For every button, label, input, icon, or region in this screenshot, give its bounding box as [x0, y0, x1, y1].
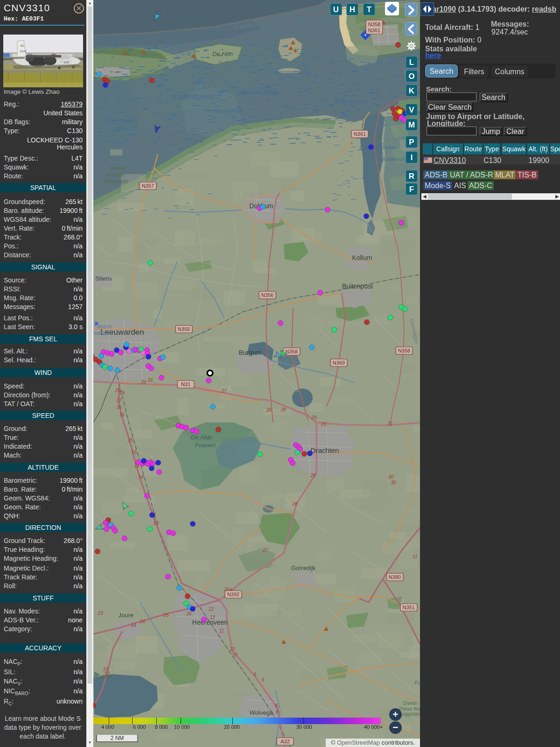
svg-text:17: 17: [116, 398, 122, 403]
svg-text:6378: 6378: [20, 50, 27, 53]
svg-text:8: 8: [275, 703, 278, 708]
svg-text:Leggelden: Leggelden: [400, 712, 420, 717]
svg-text:A32: A32: [280, 739, 290, 744]
svg-text:plaat: plaat: [114, 125, 127, 132]
svg-text:10: 10: [232, 652, 238, 657]
svg-text:Bûtendyks: Bûtendyks: [105, 178, 129, 184]
svg-text:Wolvega: Wolvega: [250, 709, 273, 716]
svg-text:Engelsmanplaat: Engelsmanplaat: [270, 69, 308, 75]
svg-text:30: 30: [388, 474, 394, 479]
svg-text:N357: N357: [142, 183, 154, 189]
svg-text:Heideveld: Heideveld: [214, 108, 241, 115]
svg-text:31: 31: [387, 421, 392, 426]
svg-text:RJ: RJ: [21, 44, 24, 47]
svg-text:26: 26: [186, 611, 192, 616]
svg-text:11: 11: [219, 628, 224, 634]
svg-text:13: 13: [153, 521, 159, 526]
svg-text:24: 24: [139, 619, 145, 624]
svg-text:25: 25: [119, 390, 125, 395]
svg-text:379: 379: [64, 61, 69, 64]
svg-text:N361: N361: [368, 28, 380, 33]
svg-text:Lauwersmeer: Lauwersmeer: [360, 144, 397, 151]
svg-text:Feanen: Feanen: [195, 442, 216, 449]
svg-text:16: 16: [119, 412, 125, 417]
svg-text:Tsjûkemar: Tsjûkemar: [114, 691, 140, 698]
svg-text:Eilanderbult: Eilanderbult: [336, 98, 368, 105]
svg-text:N356: N356: [261, 292, 273, 298]
svg-text:Stiens: Stiens: [95, 275, 112, 282]
svg-text:N358: N358: [286, 349, 298, 354]
svg-text:15: 15: [131, 450, 137, 455]
svg-text:N380: N380: [389, 574, 401, 580]
svg-text:abasis: abasis: [97, 324, 112, 329]
svg-text:29: 29: [320, 422, 326, 427]
svg-text:23: 23: [97, 611, 103, 616]
svg-text:24: 24: [130, 623, 136, 628]
svg-text:ergebied: ergebied: [93, 673, 112, 679]
svg-text:Wierumerwad: Wierumerwad: [238, 89, 278, 96]
svg-text:8: 8: [276, 709, 279, 714]
svg-text:Gorredijk: Gorredijk: [291, 564, 316, 571]
svg-text:27: 27: [221, 388, 227, 394]
svg-text:28: 28: [266, 408, 272, 413]
svg-text:14: 14: [138, 474, 144, 479]
svg-text:N358: N358: [368, 21, 380, 27]
svg-text:Noard-: Noard-: [110, 165, 126, 171]
svg-text:Piet Scheve: Piet Scheve: [105, 118, 135, 125]
svg-text:9: 9: [261, 677, 264, 683]
svg-text:N351: N351: [403, 605, 415, 610]
svg-text:Amelanderwad: Amelanderwad: [170, 93, 215, 100]
svg-text:N358: N358: [398, 348, 410, 353]
svg-text:Joure: Joure: [119, 612, 134, 619]
svg-text:De Alde: De Alde: [191, 434, 212, 441]
svg-text:Kollum: Kollum: [352, 254, 372, 261]
svg-text:26: 26: [140, 380, 147, 385]
svg-text:26a: 26a: [224, 587, 232, 592]
svg-text:27: 27: [262, 548, 268, 553]
svg-text:15: 15: [127, 437, 133, 443]
svg-text:N361: N361: [354, 131, 366, 137]
svg-text:N355: N355: [178, 326, 190, 332]
svg-text:9: 9: [253, 672, 256, 677]
svg-text:10: 10: [230, 647, 235, 652]
svg-text:Fri: Fri: [415, 680, 420, 685]
svg-text:31: 31: [412, 554, 417, 559]
svg-text:N369: N369: [333, 360, 345, 366]
svg-text:30: 30: [391, 480, 396, 485]
svg-text:Burgum: Burgum: [238, 349, 261, 356]
svg-text:26: 26: [147, 378, 153, 383]
svg-text:Drents-: Drents-: [403, 701, 419, 706]
svg-text:N31: N31: [181, 381, 190, 387]
svg-text:Buitenpost: Buitenpost: [342, 282, 373, 290]
svg-text:12: 12: [208, 606, 214, 612]
svg-text:De Hon: De Hon: [212, 50, 233, 57]
svg-text:Drachten: Drachten: [311, 446, 339, 454]
svg-text:Heerenveen: Heerenveen: [192, 619, 228, 626]
svg-text:Fryslân: Fryslân: [107, 172, 124, 177]
svg-text:29: 29: [311, 415, 317, 420]
svg-text:N392: N392: [227, 592, 239, 597]
svg-text:28: 28: [280, 407, 286, 412]
svg-text:28: 28: [292, 501, 298, 507]
svg-text:Friese Wo: Friese Wo: [399, 706, 420, 712]
svg-text:29: 29: [310, 473, 316, 478]
svg-text:warden: warden: [94, 330, 111, 336]
svg-text:16: 16: [116, 405, 122, 410]
svg-text:Lauwersm: Lauwersm: [378, 155, 406, 162]
svg-text:25: 25: [163, 613, 169, 618]
